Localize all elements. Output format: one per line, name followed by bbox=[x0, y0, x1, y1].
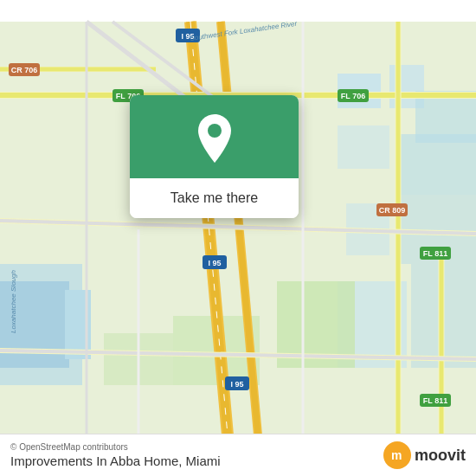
svg-text:CR 809: CR 809 bbox=[379, 206, 406, 215]
take-me-there-button[interactable]: Take me there bbox=[164, 189, 265, 208]
bottom-bar: © OpenStreetMap contributors Improvement… bbox=[0, 434, 476, 476]
osm-attribution: © OpenStreetMap contributors bbox=[10, 442, 221, 452]
svg-text:CR 706: CR 706 bbox=[11, 66, 38, 74]
place-name: Improvements In Abba Home, Miami bbox=[10, 453, 221, 468]
svg-text:FL 811: FL 811 bbox=[423, 396, 447, 405]
svg-rect-7 bbox=[338, 125, 389, 169]
location-pin-icon bbox=[194, 114, 235, 163]
popup-green-header bbox=[130, 95, 299, 178]
svg-text:I 95: I 95 bbox=[208, 259, 221, 267]
popup-button-section: Take me there bbox=[130, 178, 299, 218]
moovit-logo: m moovit bbox=[383, 441, 466, 469]
map-container: I 95 I 95 I 95 FL 706 FL 706 CR 706 CR 8… bbox=[0, 0, 476, 476]
svg-text:Loxahatchee Slough: Loxahatchee Slough bbox=[10, 270, 17, 334]
bottom-left-info: © OpenStreetMap contributors Improvement… bbox=[10, 442, 221, 468]
svg-rect-8 bbox=[398, 134, 476, 195]
svg-text:m: m bbox=[391, 448, 402, 462]
svg-point-58 bbox=[208, 124, 222, 138]
moovit-m-icon: m bbox=[389, 447, 406, 464]
svg-text:I 95: I 95 bbox=[230, 380, 243, 389]
map-background: I 95 I 95 I 95 FL 706 FL 706 CR 706 CR 8… bbox=[0, 0, 476, 476]
location-popup: Take me there bbox=[130, 95, 299, 218]
svg-text:FL 706: FL 706 bbox=[341, 92, 365, 100]
moovit-text: moovit bbox=[415, 447, 466, 465]
moovit-icon: m bbox=[383, 441, 411, 469]
svg-text:FL 811: FL 811 bbox=[423, 249, 447, 258]
